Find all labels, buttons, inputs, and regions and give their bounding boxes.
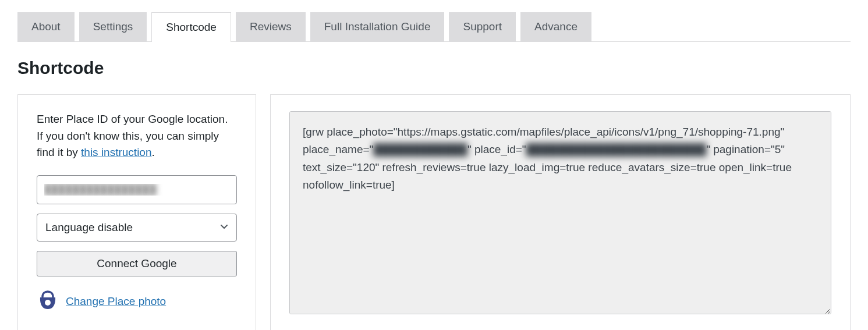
tab-advance[interactable]: Advance [520, 12, 591, 42]
tab-settings[interactable]: Settings [79, 12, 147, 42]
tabs-bar: About Settings Shortcode Reviews Full In… [17, 12, 851, 42]
tab-reviews[interactable]: Reviews [236, 12, 306, 42]
svg-line-2 [826, 313, 830, 314]
resize-handle-icon[interactable] [821, 304, 830, 313]
tab-support[interactable]: Support [449, 12, 516, 42]
svg-point-0 [45, 300, 51, 306]
place-id-input[interactable] [37, 175, 237, 204]
shortcode-textarea[interactable]: [grw place_photo="https://maps.gstatic.c… [289, 111, 831, 314]
instruction-post: . [152, 146, 155, 158]
language-select[interactable]: Language disable [37, 214, 237, 242]
tab-shortcode[interactable]: Shortcode [151, 12, 231, 42]
change-photo-label: Change Place photo [66, 295, 166, 308]
tab-about[interactable]: About [17, 12, 75, 42]
tab-full-installation-guide[interactable]: Full Installation Guide [310, 12, 445, 42]
panels-container: Enter Place ID of your Google location. … [17, 94, 851, 330]
shortcode-place-name-redacted: ████████████ [373, 143, 467, 155]
shortcode-place-id-redacted: ███████████████████████ [526, 143, 707, 155]
shopping-bag-icon [37, 289, 59, 314]
instruction-link[interactable]: this instruction [81, 146, 151, 158]
language-select-wrapper: Language disable [37, 214, 237, 242]
page-title: Shortcode [17, 58, 851, 78]
left-panel: Enter Place ID of your Google location. … [17, 94, 256, 330]
change-place-photo-link[interactable]: Change Place photo [37, 289, 237, 314]
instruction-text: Enter Place ID of your Google location. … [37, 111, 237, 161]
svg-line-1 [823, 310, 830, 314]
connect-google-button[interactable]: Connect Google [37, 251, 237, 276]
shortcode-seg2: " place_id=" [467, 143, 526, 155]
right-panel: [grw place_photo="https://maps.gstatic.c… [270, 94, 851, 330]
